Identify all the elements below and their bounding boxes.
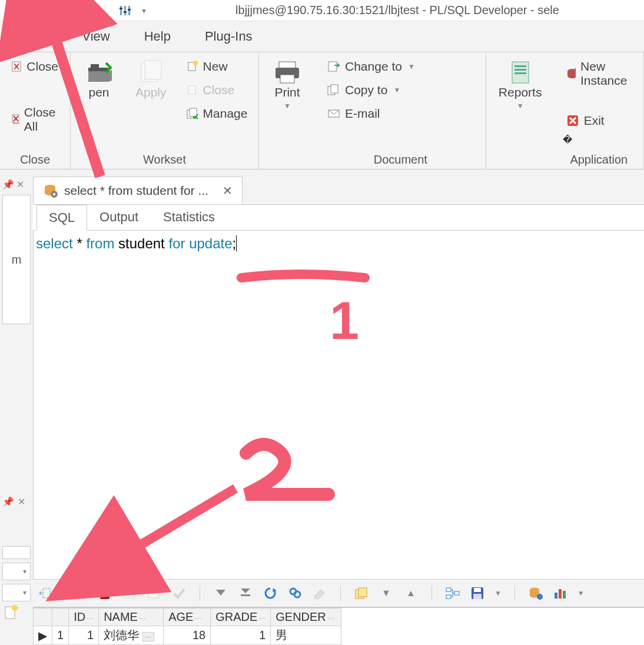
col-header-age[interactable]: AGE⋯ bbox=[164, 609, 211, 626]
result-toolbar: ▼ + − ▼ ▲ ▼ ▼ bbox=[33, 579, 644, 607]
close-doc-icon bbox=[12, 61, 22, 72]
col-header-grade[interactable]: GRADE⋯ bbox=[211, 609, 271, 626]
workset-new-button[interactable]: New bbox=[183, 57, 251, 76]
svg-rect-63 bbox=[446, 595, 451, 599]
svg-rect-61 bbox=[358, 588, 367, 597]
col-header-gender[interactable]: GENDER⋯ bbox=[271, 609, 341, 626]
copy-to-button[interactable]: Copy to▼ bbox=[324, 81, 477, 99]
tab-output[interactable]: Output bbox=[87, 204, 151, 230]
dropdown-icon[interactable]: ▼ bbox=[64, 589, 71, 597]
refresh-icon[interactable] bbox=[263, 586, 278, 601]
cell-age[interactable]: 18 bbox=[164, 626, 211, 645]
lock-icon[interactable] bbox=[97, 586, 112, 601]
document-area: select * from student for ... ✕ SQL Outp… bbox=[33, 177, 644, 645]
ribbon: Close Close All Close pen Apply bbox=[0, 52, 644, 169]
svg-rect-17 bbox=[91, 64, 99, 69]
dropdown-icon[interactable]: ▾ bbox=[142, 6, 146, 15]
svg-rect-4 bbox=[124, 6, 126, 15]
col-header-id[interactable]: ID⋯ bbox=[69, 609, 99, 626]
up-icon[interactable]: ▲ bbox=[403, 586, 419, 601]
close-tab-icon[interactable]: ✕ bbox=[223, 184, 233, 198]
query-builder-icon[interactable] bbox=[445, 586, 460, 601]
pin-icon[interactable]: 📌 bbox=[2, 496, 14, 507]
svg-point-59 bbox=[294, 591, 300, 597]
svg-point-69 bbox=[537, 594, 543, 600]
post-icon[interactable] bbox=[171, 586, 187, 601]
result-grid[interactable]: ID⋯ NAME⋯ AGE⋯ GRADE⋯ GENDER⋯ ▶ 1 1 刘德华 … bbox=[33, 607, 644, 645]
menu-view[interactable]: View bbox=[82, 29, 109, 44]
rownum-cell: 1 bbox=[52, 626, 69, 645]
ribbon-group-print: Print ▼ bbox=[259, 52, 316, 169]
svg-rect-56 bbox=[241, 594, 250, 596]
menu-configure[interactable]: Confi bbox=[18, 29, 48, 44]
cell-name[interactable]: 刘德华 ··· bbox=[99, 626, 164, 645]
svg-point-46 bbox=[53, 193, 55, 195]
menu-help[interactable]: Help bbox=[144, 29, 171, 44]
change-to-button[interactable]: Change to▼ bbox=[324, 57, 477, 76]
workset-manage-button[interactable]: Manage bbox=[183, 104, 251, 123]
svg-rect-24 bbox=[190, 108, 197, 117]
reports-icon bbox=[507, 59, 533, 85]
svg-rect-8 bbox=[128, 9, 131, 11]
cell-gender[interactable]: 男 bbox=[271, 626, 341, 645]
table-row[interactable]: ▶ 1 1 刘德华 ··· 18 1 男 bbox=[34, 626, 341, 645]
left-dropdown[interactable]: ▾ bbox=[2, 563, 31, 580]
fetch-next-icon[interactable] bbox=[213, 586, 228, 601]
ribbon-group-close: Close Close All Close bbox=[0, 52, 71, 169]
change-icon bbox=[327, 61, 340, 72]
rollback-icon[interactable] bbox=[54, 4, 68, 18]
close-panel-icon[interactable]: ✕ bbox=[18, 496, 25, 507]
ribbon-group-reports: Reports ▼ bbox=[486, 52, 555, 169]
document-tab[interactable]: select * from student for ... ✕ bbox=[33, 177, 243, 204]
preferences-icon[interactable] bbox=[118, 4, 131, 17]
save-icon[interactable] bbox=[470, 586, 485, 601]
copy-results-icon[interactable] bbox=[354, 586, 369, 601]
cell-id[interactable]: 1 bbox=[69, 626, 99, 645]
svg-rect-19 bbox=[145, 61, 161, 79]
chart-icon[interactable] bbox=[553, 586, 568, 601]
dropdown-icon: ▼ bbox=[284, 102, 291, 110]
close-button[interactable]: Close bbox=[8, 57, 62, 76]
fetch-last-icon[interactable] bbox=[238, 586, 253, 601]
cell-grade[interactable]: 1 bbox=[211, 626, 271, 645]
new-instance-button[interactable]: + New Instance bbox=[563, 57, 635, 90]
execute-icon[interactable] bbox=[6, 4, 19, 17]
reports-button[interactable]: Reports ▼ bbox=[494, 57, 546, 112]
sub-tabs: SQL Output Statistics bbox=[33, 205, 644, 231]
db-link-icon[interactable] bbox=[528, 586, 543, 601]
print-button[interactable]: Print ▼ bbox=[267, 57, 307, 112]
add-record-icon[interactable]: + bbox=[122, 586, 137, 601]
close-panel-icon[interactable]: ✕ bbox=[16, 179, 24, 190]
break-icon[interactable] bbox=[79, 4, 92, 17]
exit-button[interactable]: Exit bbox=[563, 111, 635, 130]
email-button[interactable]: E-mail bbox=[324, 104, 477, 123]
window-title: lbjjjmes@190.75.16.30:1521/lbjtest - PL/… bbox=[157, 4, 638, 17]
left-dropdown[interactable]: ▾ bbox=[2, 584, 31, 601]
menu-plugins[interactable]: Plug-Ins bbox=[205, 29, 253, 44]
delete-record-icon[interactable]: − bbox=[147, 586, 162, 601]
workset-close-button[interactable]: Close bbox=[183, 81, 251, 99]
down-icon[interactable]: ▼ bbox=[379, 586, 394, 601]
close-all-button[interactable]: Close All bbox=[8, 103, 62, 136]
pin-icon[interactable]: 📌 bbox=[2, 179, 14, 190]
apply-button[interactable]: Apply bbox=[130, 57, 172, 102]
quick-toolbar: ▾ lbjjjmes@190.75.16.30:1521/lbjtest - P… bbox=[0, 0, 644, 21]
find-icon[interactable] bbox=[287, 586, 303, 601]
clear-icon[interactable] bbox=[312, 586, 327, 601]
ribbon-group-application: + New Instance Exit �Application bbox=[555, 52, 644, 169]
commit-icon[interactable] bbox=[29, 4, 44, 18]
col-header-name[interactable]: NAME⋯ bbox=[99, 609, 164, 626]
svg-rect-35 bbox=[514, 72, 526, 74]
tab-sql[interactable]: SQL bbox=[36, 205, 87, 231]
dropdown-icon[interactable]: ▼ bbox=[577, 589, 585, 597]
dropdown-icon[interactable]: ▼ bbox=[494, 589, 502, 597]
sql-editor[interactable]: select * from student for update; bbox=[33, 231, 644, 579]
tab-statistics[interactable]: Statistics bbox=[151, 204, 227, 230]
cell-editor-button[interactable]: ··· bbox=[142, 632, 154, 641]
apply-icon bbox=[138, 59, 164, 85]
svg-rect-3 bbox=[120, 6, 122, 15]
new-file-icon[interactable] bbox=[2, 605, 31, 621]
open-folder-icon bbox=[85, 59, 113, 85]
fit-column-icon[interactable] bbox=[39, 586, 54, 601]
open-button[interactable]: pen bbox=[79, 57, 119, 102]
